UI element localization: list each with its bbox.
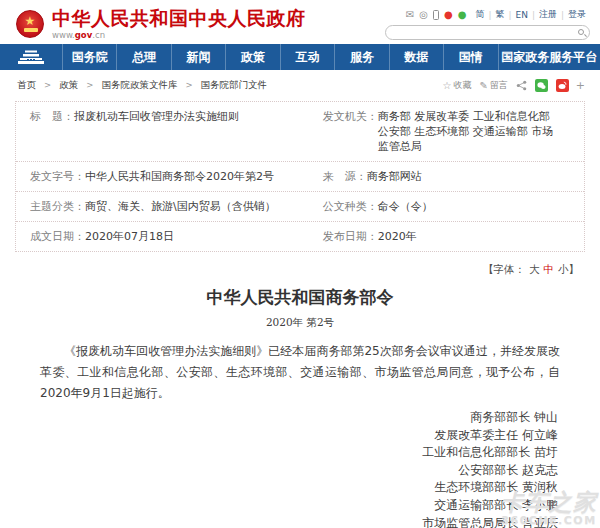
meta-label-issuer: 发文机关： [323, 109, 378, 154]
document-paragraph: 《报废机动车回收管理办法实施细则》已经本届商务部第25次部务会议审议通过，并经发… [40, 341, 560, 404]
share-icon [516, 80, 527, 91]
signature-line: 商务部部长 钟山 [0, 409, 558, 427]
site-header: ★ 中华人民共和国中央人民政府 www.gov.cn ✉ ◎ ● ● 简 | 繁… [0, 0, 600, 44]
wechat-icon[interactable]: ● [458, 10, 467, 20]
document-issue-number: 2020年 第2号 [0, 316, 600, 330]
star-icon: ☆ [442, 80, 451, 91]
meta-label-title: 标 题： [30, 109, 74, 154]
lang-traditional[interactable]: 繁 [495, 8, 504, 21]
font-size-medium[interactable]: 中 [544, 263, 555, 275]
signature-line: 交通运输部部长 李小鹏 [0, 497, 558, 515]
breadcrumb: 首页 > 政策 > 国务院政策文件库 > 国务院部门文件 [17, 79, 267, 92]
signature-line: 公安部部长 赵克志 [0, 462, 558, 480]
breadcrumb-policy[interactable]: 政策 [59, 79, 78, 90]
meta-value-doc-number: 中华人民共和国商务部令2020年第2号 [85, 169, 288, 184]
meta-label-publish-date: 发布日期： [323, 229, 378, 244]
meta-label-signed-date: 成文日期： [30, 229, 85, 244]
lang-english[interactable]: EN [515, 10, 527, 20]
nav-home-tiananmen-icon[interactable] [0, 44, 62, 70]
more-share-button[interactable]: + [576, 79, 585, 92]
gov-cn-page: ★ 中华人民共和国中央人民政府 www.gov.cn ✉ ◎ ● ● 简 | 繁… [0, 0, 600, 528]
breadcrumb-current: 国务院部门文件 [201, 79, 268, 90]
mail-icon[interactable]: ✉ [406, 10, 414, 20]
share-button[interactable] [516, 80, 527, 91]
register-link[interactable]: 注册 [539, 8, 557, 21]
nav-item-news[interactable]: 新闻 [171, 44, 225, 70]
font-size-large[interactable]: 大 [529, 263, 540, 275]
breadcrumb-home[interactable]: 首页 [17, 79, 36, 90]
meta-value-issuer: 商务部 发展改革委 工业和信息化部 公安部 生态环境部 交通运输部 市场监管总局 [378, 109, 578, 154]
search-box[interactable] [385, 25, 590, 40]
share-weibo-icon[interactable] [556, 79, 569, 92]
nav-item-premier[interactable]: 总理 [116, 44, 170, 70]
search-icon[interactable] [578, 29, 584, 35]
national-emblem-icon: ★ [16, 10, 44, 38]
nav-item-services[interactable]: 服务 [334, 44, 388, 70]
page-actions: ☆收藏 ✎留言 + [434, 79, 585, 92]
nav-item-national[interactable]: 国情 [443, 44, 497, 70]
site-url: www.gov.cn [52, 30, 306, 40]
login-link[interactable]: 登录 [568, 8, 586, 21]
meta-value-title: 报废机动车回收管理办法实施细则 [74, 109, 253, 154]
table-row: 标 题：报废机动车回收管理办法实施细则 发文机关：商务部 发展改革委 工业和信息… [16, 102, 584, 161]
meta-value-publish-date: 2020年 [378, 229, 431, 244]
pencil-icon: ✎ [479, 80, 487, 91]
signature-line: 市场监管总局局长 肖亚庆 [0, 515, 558, 528]
nav-item-state-council[interactable]: 国务院 [62, 44, 116, 70]
meta-value-doc-type: 命令（令） [378, 199, 447, 214]
signature-block: 商务部部长 钟山 发展改革委主任 何立峰 工业和信息化部部长 苗圩 公安部部长 … [0, 409, 558, 528]
lang-simplified[interactable]: 简 [475, 8, 484, 21]
meta-value-source: 商务部网站 [367, 169, 436, 184]
share-wechat-icon[interactable] [535, 79, 548, 92]
breadcrumb-policy-library[interactable]: 国务院政策文件库 [101, 79, 177, 90]
nav-item-policy[interactable]: 政策 [225, 44, 279, 70]
meta-value-category: 商贸、海关、旅游\国内贸易（含供销） [85, 199, 290, 214]
comment-button[interactable]: ✎留言 [479, 79, 507, 92]
meta-label-category: 主题分类： [30, 199, 85, 214]
document-title: 中华人民共和国商务部令 [0, 286, 600, 309]
table-row: 主题分类：商贸、海关、旅游\国内贸易（含供销） 公文种类：命令（令） [16, 191, 584, 221]
meta-label-source: 来 源： [323, 169, 367, 184]
meta-label-doc-number: 发文字号： [30, 169, 85, 184]
signature-line: 生态环境部部长 黄润秋 [0, 479, 558, 497]
table-row: 发文字号：中华人民共和国商务部令2020年第2号 来 源：商务部网站 [16, 161, 584, 191]
meta-value-signed-date: 2020年07月18日 [85, 229, 188, 244]
accessibility-icon[interactable]: ◎ [419, 10, 428, 20]
nav-item-data[interactable]: 数据 [389, 44, 443, 70]
meta-label-doc-type: 公文种类： [323, 199, 378, 214]
document-meta-table: 标 题：报废机动车回收管理办法实施细则 发文机关：商务部 发展改革委 工业和信息… [15, 101, 585, 252]
search-input[interactable] [394, 26, 574, 39]
nav-item-interact[interactable]: 互动 [280, 44, 334, 70]
site-title: 中华人民共和国中央人民政府 [52, 8, 306, 29]
breadcrumb-row: 首页 > 政策 > 国务院政策文件库 > 国务院部门文件 ☆收藏 ✎留言 [17, 79, 585, 92]
nav-item-gov-service-platform[interactable]: 国家政务服务平台 [498, 44, 600, 70]
mobile-icon[interactable] [433, 10, 439, 20]
font-size-selector: 【字体：大中小】 [0, 263, 579, 277]
table-row: 成文日期：2020年07月18日 发布日期：2020年 [16, 221, 584, 251]
quick-links: ✉ ◎ ● ● 简 | 繁 | EN | 注册 | 登录 [406, 8, 590, 21]
signature-line: 发展改革委主任 何立峰 [0, 427, 558, 445]
font-size-small[interactable]: 小 [558, 263, 569, 275]
main-nav: 国务院 总理 新闻 政策 互动 服务 数据 国情 国家政务服务平台 [0, 44, 600, 70]
favorite-button[interactable]: ☆收藏 [442, 79, 471, 92]
site-logo[interactable]: ★ 中华人民共和国中央人民政府 www.gov.cn [16, 4, 306, 44]
signature-line: 工业和信息化部部长 苗圩 [0, 444, 558, 462]
weibo-icon[interactable]: ● [444, 10, 453, 20]
